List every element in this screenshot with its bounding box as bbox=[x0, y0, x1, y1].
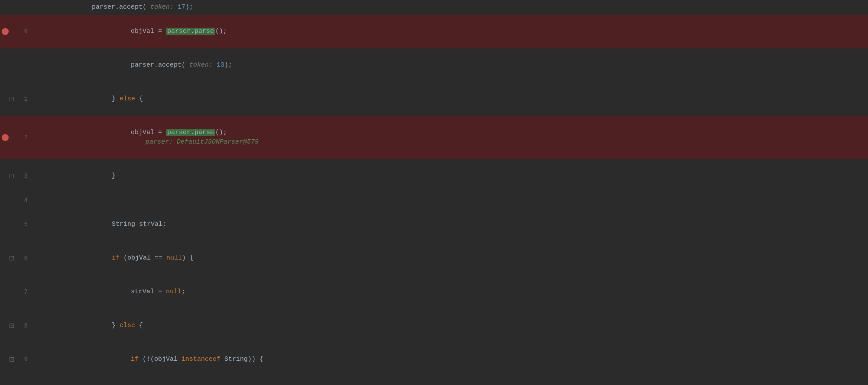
code-line-7: 7 strVal = null; bbox=[0, 275, 868, 309]
code-line-accept: parser.accept( token: 13); bbox=[0, 48, 868, 82]
line-code-9-instanceof: if (!(objVal instanceof String)) { bbox=[31, 343, 868, 376]
code-editor: parser.accept( token: 17); 9 objVal = pa… bbox=[0, 0, 868, 385]
fold-marker-3[interactable]: − bbox=[10, 174, 14, 178]
debug-hint-parser: parser: DefaultJSONParser@579 bbox=[138, 138, 259, 146]
code-line-2: 2 objVal = parser.parse(); parser: Defau… bbox=[0, 116, 868, 159]
line-gutter-2: 2 bbox=[0, 116, 31, 159]
line-gutter-accept bbox=[0, 48, 31, 82]
code-line-8-else: − 8 } else { bbox=[0, 309, 868, 343]
line-gutter-5: 5 bbox=[0, 208, 31, 241]
fold-marker-6[interactable]: − bbox=[10, 256, 14, 260]
code-line-6: − 6 if (objVal == null) { bbox=[0, 241, 868, 275]
line-code-8-else: } else { bbox=[31, 309, 868, 343]
line-code-4 bbox=[31, 193, 868, 208]
breakpoint-icon-9 bbox=[2, 28, 9, 35]
code-line-0-jsonobject: − 0 if (objVal instanceof JSONObject && … bbox=[0, 376, 868, 385]
line-gutter-9: 9 bbox=[0, 15, 31, 48]
line-code-7: strVal = null; bbox=[31, 275, 868, 309]
code-line-3: − 3 } bbox=[0, 159, 868, 193]
line-gutter-0-jsonobject: − 0 bbox=[0, 376, 31, 385]
line-code-5: String strVal; bbox=[31, 208, 868, 241]
line-gutter-3: − 3 bbox=[0, 159, 31, 193]
fold-marker-9-instanceof[interactable]: − bbox=[10, 357, 14, 362]
line-number-2: 2 bbox=[24, 134, 28, 141]
fold-marker-8-else[interactable]: − bbox=[10, 324, 14, 328]
line-code-9: objVal = parser.parse(); bbox=[31, 15, 868, 48]
line-gutter-7: 7 bbox=[0, 275, 31, 309]
code-line-else1: − 1 } else { bbox=[0, 82, 868, 116]
code-line-5: 5 String strVal; bbox=[0, 208, 868, 241]
line-number-9: 9 bbox=[24, 28, 28, 35]
code-content: parser.accept( token: 17); 9 objVal = pa… bbox=[0, 0, 868, 385]
line-gutter-6: − 6 bbox=[0, 241, 31, 275]
line-code-else1: } else { bbox=[31, 82, 868, 116]
line-gutter-top bbox=[0, 0, 31, 15]
code-line-4: 4 bbox=[0, 193, 868, 208]
breakpoint-icon-2 bbox=[2, 134, 9, 141]
fold-marker-else1[interactable]: − bbox=[10, 97, 14, 101]
line-gutter-else1: − 1 bbox=[0, 82, 31, 116]
line-gutter-4: 4 bbox=[0, 193, 31, 208]
code-line-9-instanceof: − 9 if (!(objVal instanceof String)) { bbox=[0, 343, 868, 376]
line-code-2: objVal = parser.parse(); parser: Default… bbox=[31, 116, 868, 159]
line-gutter-8-else: − 8 bbox=[0, 309, 31, 343]
line-code-3: } bbox=[31, 159, 868, 193]
line-gutter-9-instanceof: − 9 bbox=[0, 343, 31, 376]
line-code-0-jsonobject: if (objVal instanceof JSONObject && claz… bbox=[31, 376, 868, 385]
line-code-top: parser.accept( token: 17); bbox=[31, 0, 868, 15]
line-code-6: if (objVal == null) { bbox=[31, 241, 868, 275]
code-line-top: parser.accept( token: 17); bbox=[0, 0, 868, 15]
code-line-9: 9 objVal = parser.parse(); bbox=[0, 15, 868, 48]
line-code-accept: parser.accept( token: 13); bbox=[31, 48, 868, 82]
